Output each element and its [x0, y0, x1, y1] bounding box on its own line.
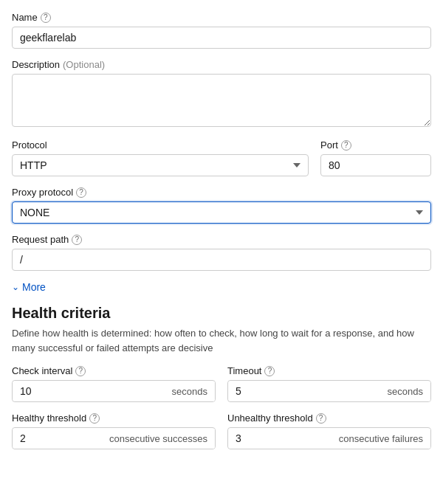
health-criteria-title: Health criteria	[12, 305, 431, 322]
request-path-help-icon[interactable]: ?	[72, 235, 82, 245]
healthy-threshold-help-icon[interactable]: ?	[89, 413, 100, 424]
port-label: Port ?	[320, 139, 431, 151]
healthy-threshold-suffix: consecutive successes	[102, 429, 215, 449]
check-interval-suffix: seconds	[165, 382, 215, 401]
health-criteria-description: Define how health is determined: how oft…	[12, 326, 431, 355]
timeout-input-wrapper: seconds	[227, 380, 431, 402]
check-interval-label: Check interval ?	[12, 365, 216, 376]
name-field-group: Name ?	[12, 12, 431, 49]
healthy-threshold-label: Healthy threshold ?	[12, 412, 216, 424]
protocol-port-row: Protocol HTTP HTTPS TCP UDP Port ?	[12, 139, 431, 176]
health-criteria-section: Health criteria Define how health is det…	[12, 305, 431, 449]
unhealthy-threshold-help-icon[interactable]: ?	[316, 413, 326, 424]
timeout-help-icon[interactable]: ?	[264, 366, 275, 376]
description-label: Description (Optional)	[12, 59, 431, 70]
request-path-field-group: Request path ?	[12, 234, 431, 271]
check-interval-timeout-row: Check interval ? seconds Timeout ? secon…	[12, 365, 431, 402]
more-label: More	[22, 281, 46, 293]
check-interval-field-group: Check interval ? seconds	[12, 365, 216, 402]
description-input[interactable]	[12, 74, 431, 127]
more-toggle[interactable]: ⌄ More	[12, 281, 46, 293]
timeout-input[interactable]	[228, 381, 380, 401]
description-optional: (Optional)	[63, 59, 105, 70]
name-help-icon[interactable]: ?	[41, 13, 51, 23]
chevron-down-icon: ⌄	[12, 282, 19, 292]
request-path-label: Request path ?	[12, 234, 431, 245]
unhealthy-threshold-label: Unhealthy threshold ?	[227, 412, 431, 424]
protocol-field-group: Protocol HTTP HTTPS TCP UDP	[12, 139, 309, 176]
timeout-suffix: seconds	[380, 382, 430, 401]
proxy-protocol-field-group: Proxy protocol ? NONE v1 v2	[12, 187, 431, 224]
port-help-icon[interactable]: ?	[341, 140, 351, 151]
healthy-threshold-input[interactable]	[13, 428, 102, 449]
protocol-select[interactable]: HTTP HTTPS TCP UDP	[12, 154, 309, 176]
request-path-input[interactable]	[12, 249, 431, 271]
check-interval-input[interactable]	[13, 381, 165, 401]
check-interval-help-icon[interactable]: ?	[75, 366, 86, 376]
unhealthy-threshold-field-group: Unhealthy threshold ? consecutive failur…	[227, 412, 431, 449]
unhealthy-threshold-suffix: consecutive failures	[332, 429, 430, 449]
unhealthy-threshold-input-wrapper: consecutive failures	[227, 427, 431, 449]
timeout-field-group: Timeout ? seconds	[227, 365, 431, 402]
healthy-threshold-field-group: Healthy threshold ? consecutive successe…	[12, 412, 216, 449]
name-input[interactable]	[12, 27, 431, 49]
name-label: Name ?	[12, 12, 431, 23]
proxy-protocol-select[interactable]: NONE v1 v2	[12, 201, 431, 224]
port-field-group: Port ?	[320, 139, 431, 176]
proxy-protocol-help-icon[interactable]: ?	[76, 187, 86, 198]
unhealthy-threshold-input[interactable]	[228, 428, 332, 449]
proxy-protocol-label: Proxy protocol ?	[12, 187, 431, 198]
port-input[interactable]	[320, 154, 431, 176]
healthy-threshold-input-wrapper: consecutive successes	[12, 427, 216, 449]
description-field-group: Description (Optional)	[12, 59, 431, 129]
check-interval-input-wrapper: seconds	[12, 380, 216, 402]
threshold-row: Healthy threshold ? consecutive successe…	[12, 412, 431, 449]
timeout-label: Timeout ?	[227, 365, 431, 376]
protocol-label: Protocol	[12, 139, 309, 151]
